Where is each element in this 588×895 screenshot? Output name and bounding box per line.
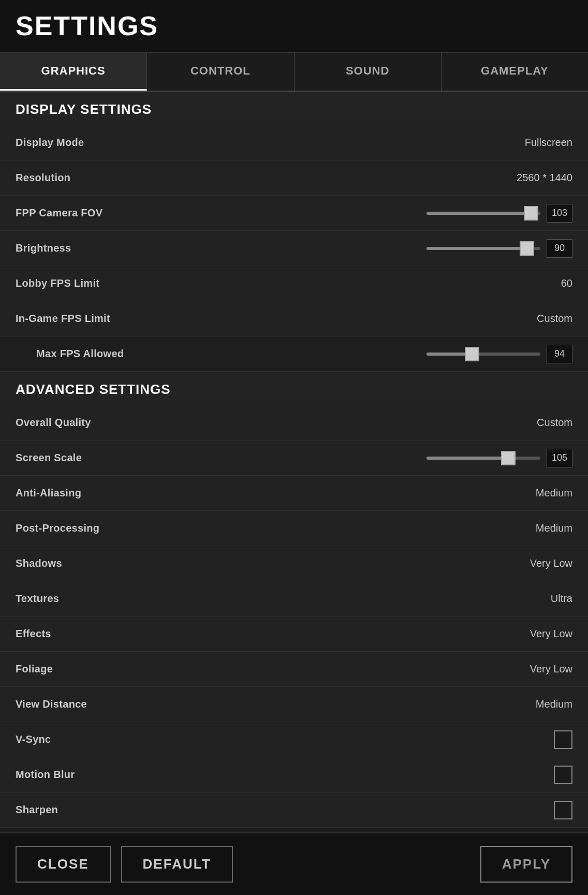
close-button[interactable]: CLOSE: [16, 846, 111, 883]
fpp-fov-fill: [427, 212, 531, 215]
screen-scale-slider-container: 105: [427, 449, 572, 467]
view-distance-value: Medium: [510, 698, 572, 710]
brightness-control: 90: [427, 239, 572, 258]
textures-row[interactable]: Textures Ultra: [0, 581, 588, 617]
vsync-row: V-Sync: [0, 722, 588, 757]
tab-sound[interactable]: SOUND: [295, 53, 442, 91]
shadows-label: Shadows: [16, 557, 62, 569]
sharpen-row: Sharpen: [0, 793, 588, 828]
brightness-row: Brightness 90: [0, 231, 588, 266]
post-processing-row[interactable]: Post-Processing Medium: [0, 511, 588, 546]
max-fps-row: Max FPS Allowed 94: [0, 336, 588, 372]
screen-scale-fill: [427, 457, 508, 460]
effects-label: Effects: [16, 628, 51, 640]
motion-blur-checkbox[interactable]: [554, 766, 572, 784]
motion-blur-row: Motion Blur: [0, 757, 588, 793]
tab-graphics[interactable]: GRAPHICS: [0, 53, 147, 91]
display-mode-row[interactable]: Display Mode Fullscreen: [0, 125, 588, 160]
brightness-value: 90: [547, 239, 572, 258]
fpp-fov-slider-container: 103: [427, 204, 572, 223]
foliage-value: Very Low: [510, 663, 572, 675]
shadows-row[interactable]: Shadows Very Low: [0, 546, 588, 581]
view-distance-label: View Distance: [16, 698, 87, 710]
settings-content: DISPLAY SETTINGS Display Mode Fullscreen…: [0, 92, 588, 832]
anti-aliasing-label: Anti-Aliasing: [16, 487, 81, 499]
ingame-fps-row[interactable]: In-Game FPS Limit Custom: [0, 301, 588, 336]
brightness-track: [427, 247, 540, 250]
foliage-row[interactable]: Foliage Very Low: [0, 652, 588, 687]
display-mode-value: Fullscreen: [510, 137, 572, 149]
fpp-fov-row: FPP Camera FOV 103: [0, 196, 588, 231]
overall-quality-value: Custom: [510, 417, 572, 429]
lobby-fps-row[interactable]: Lobby FPS Limit 60: [0, 266, 588, 301]
sharpen-checkbox[interactable]: [554, 801, 572, 819]
max-fps-slider-container: 94: [427, 345, 572, 363]
brightness-label: Brightness: [16, 242, 71, 254]
screen-scale-value: 105: [547, 449, 572, 467]
max-fps-thumb[interactable]: [465, 347, 479, 361]
screen-scale-label: Screen Scale: [16, 452, 82, 464]
vsync-label: V-Sync: [16, 733, 51, 745]
screen-scale-thumb[interactable]: [501, 451, 516, 465]
brightness-slider-container: 90: [427, 239, 572, 258]
resolution-label: Resolution: [16, 172, 70, 184]
footer: CLOSE DEFAULT APPLY: [0, 832, 588, 895]
overall-quality-label: Overall Quality: [16, 417, 91, 429]
textures-value: Ultra: [510, 593, 572, 605]
footer-left-buttons: CLOSE DEFAULT: [16, 846, 233, 883]
effects-value: Very Low: [510, 628, 572, 640]
fpp-fov-thumb[interactable]: [524, 206, 538, 221]
brightness-thumb[interactable]: [520, 241, 534, 256]
max-fps-value: 94: [547, 345, 572, 363]
lobby-fps-label: Lobby FPS Limit: [16, 277, 99, 289]
vsync-checkbox[interactable]: [554, 730, 572, 749]
brightness-fill: [427, 247, 527, 250]
view-distance-row[interactable]: View Distance Medium: [0, 687, 588, 722]
advanced-settings-header: ADVANCED SETTINGS: [0, 372, 588, 405]
lobby-fps-value: 60: [510, 277, 572, 289]
screen-scale-control: 105: [427, 449, 572, 467]
tab-gameplay[interactable]: GAMEPLAY: [442, 53, 588, 91]
anti-aliasing-row[interactable]: Anti-Aliasing Medium: [0, 476, 588, 511]
textures-label: Textures: [16, 593, 59, 605]
settings-header: SETTINGS: [0, 0, 588, 53]
fpp-fov-label: FPP Camera FOV: [16, 207, 102, 219]
default-button[interactable]: DEFAULT: [121, 846, 233, 883]
shadows-value: Very Low: [510, 557, 572, 569]
post-processing-label: Post-Processing: [16, 522, 99, 534]
foliage-label: Foliage: [16, 663, 53, 675]
resolution-row[interactable]: Resolution 2560 * 1440: [0, 160, 588, 196]
resolution-value: 2560 * 1440: [510, 172, 572, 184]
ingame-fps-value: Custom: [510, 313, 572, 325]
max-fps-label: Max FPS Allowed: [36, 348, 124, 360]
settings-container: SETTINGS GRAPHICS CONTROL SOUND GAMEPLAY…: [0, 0, 588, 895]
display-mode-label: Display Mode: [16, 137, 84, 149]
sharpen-label: Sharpen: [16, 804, 58, 816]
max-fps-control: 94: [427, 345, 572, 363]
screen-scale-track: [427, 457, 540, 460]
motion-blur-label: Motion Blur: [16, 769, 75, 781]
display-settings-header: DISPLAY SETTINGS: [0, 92, 588, 125]
tab-control[interactable]: CONTROL: [147, 53, 294, 91]
tabs-bar: GRAPHICS CONTROL SOUND GAMEPLAY: [0, 53, 588, 92]
ingame-fps-label: In-Game FPS Limit: [16, 313, 110, 325]
apply-button[interactable]: APPLY: [480, 846, 572, 883]
fpp-fov-track: [427, 212, 540, 215]
screen-scale-row: Screen Scale 105: [0, 441, 588, 476]
post-processing-value: Medium: [510, 522, 572, 534]
settings-title: SETTINGS: [16, 10, 572, 41]
fpp-fov-value: 103: [547, 204, 572, 223]
effects-row[interactable]: Effects Very Low: [0, 617, 588, 652]
max-fps-track: [427, 353, 540, 356]
fpp-fov-control: 103: [427, 204, 572, 223]
anti-aliasing-value: Medium: [510, 487, 572, 499]
overall-quality-row[interactable]: Overall Quality Custom: [0, 405, 588, 441]
